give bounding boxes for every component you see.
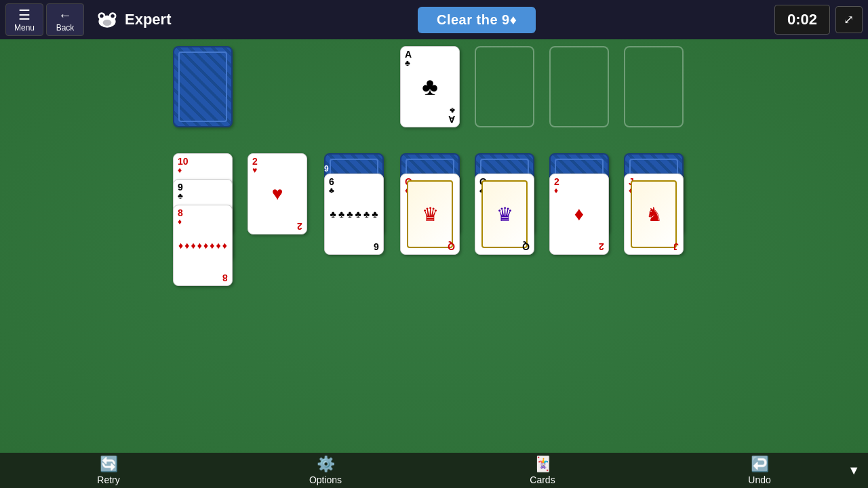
- header-left: ☰ Menu ← Back Expert: [5, 3, 179, 36]
- game-title: Expert: [125, 11, 171, 28]
- suit-bottom: ♣: [450, 106, 455, 115]
- rank-top: A: [405, 49, 412, 59]
- menu-button[interactable]: ☰ Menu: [5, 3, 43, 36]
- challenge-text: Clear the 9♦: [437, 12, 517, 27]
- card-qs[interactable]: Q ♠ ♛ Q: [475, 174, 534, 255]
- stock-pile[interactable]: [173, 46, 233, 127]
- options-label: Options: [309, 474, 342, 485]
- undo-button[interactable]: ↩️ Undo: [692, 453, 827, 488]
- retry-icon: 🔄: [100, 455, 118, 473]
- menu-label: Menu: [14, 23, 35, 33]
- header: ☰ Menu ← Back Expert Clear the 9♦ 0:02: [0, 0, 868, 39]
- undo-icon: ↩️: [751, 455, 769, 473]
- card-6c[interactable]: 6 ♣ ♣♣ ♣♣ ♣♣ 6: [324, 174, 384, 255]
- timer-display: 0:02: [774, 5, 830, 35]
- back-button[interactable]: ← Back: [46, 3, 84, 36]
- timer-value: 0:02: [787, 11, 817, 28]
- back-icon: ←: [58, 7, 72, 23]
- col3-label: 9: [324, 164, 329, 174]
- svg-point-4: [111, 14, 114, 18]
- foundation-4[interactable]: [624, 46, 684, 127]
- svg-point-3: [100, 14, 103, 18]
- cards-label: Cards: [530, 474, 555, 485]
- card-2d[interactable]: 2 ♦ ♦ 2: [549, 174, 609, 255]
- card-8d[interactable]: 8 ♦ ♦♦ ♦♦ ♦♦ ♦♦ 8: [173, 205, 233, 286]
- menu-icon: ☰: [18, 7, 31, 23]
- chevron-down-icon[interactable]: ▼: [848, 464, 860, 478]
- bear-logo: Expert: [87, 10, 179, 29]
- foundation-2[interactable]: [475, 46, 534, 127]
- game-area: A ♣ ♣ A ♣ 10 ♦ ♦♦ ♦♦ ♦♦ ♦♦ ♦♦ 10 9 ♣: [0, 39, 868, 453]
- rank-bottom: A: [448, 115, 455, 124]
- fullscreen-button[interactable]: ⤢: [835, 6, 863, 33]
- bear-icon: [95, 10, 119, 29]
- retry-button[interactable]: 🔄 Retry: [41, 453, 176, 488]
- fullscreen-icon: ⤢: [844, 12, 854, 27]
- foundation-3[interactable]: [549, 46, 609, 127]
- undo-label: Undo: [748, 474, 770, 485]
- options-icon: ⚙️: [317, 455, 335, 473]
- svg-point-5: [103, 20, 112, 26]
- options-button[interactable]: ⚙️ Options: [258, 453, 393, 488]
- card-jd[interactable]: J ♦ ♞ J: [624, 174, 684, 255]
- back-label: Back: [56, 23, 75, 33]
- cards-icon: 🃏: [534, 455, 552, 473]
- retry-label: Retry: [97, 474, 119, 485]
- card-qd[interactable]: Q ♦ ♛ Q: [400, 174, 460, 255]
- center-suit: ♣: [422, 73, 438, 101]
- cards-button[interactable]: 🃏 Cards: [475, 453, 610, 488]
- suit-top: ♣: [405, 59, 410, 67]
- footer: 🔄 Retry ⚙️ Options 🃏 Cards ↩️ Undo ▼: [0, 453, 868, 488]
- foundation-1[interactable]: A ♣ ♣ A ♣: [400, 46, 460, 127]
- challenge-banner: Clear the 9♦: [418, 7, 536, 33]
- card-2h[interactable]: 2 ♥ ♥ 2: [248, 153, 307, 235]
